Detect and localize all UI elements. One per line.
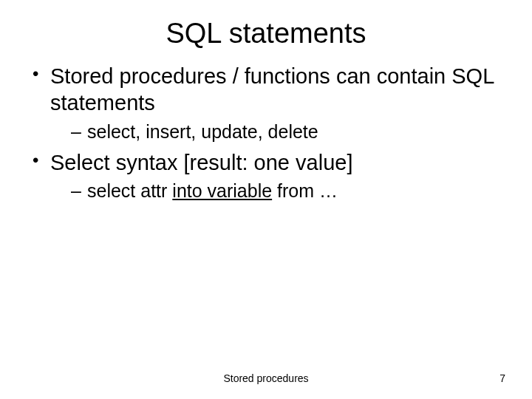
bullet-1-sub-1: select, insert, update, delete	[50, 120, 502, 144]
bullet-2: Select syntax [result: one value] select…	[30, 149, 502, 203]
bullet-1: Stored procedures / functions can contai…	[30, 63, 502, 143]
bullet-list-level1: Stored procedures / functions can contai…	[30, 63, 502, 203]
page-number: 7	[499, 372, 505, 384]
bullet-2-sublist: select attr into variable from …	[50, 179, 502, 203]
bullet-2-sub-1-post: from …	[272, 180, 338, 201]
bullet-2-sub-1-pre: select attr	[87, 180, 172, 201]
bullet-2-sub-1-underline: into variable	[172, 180, 272, 201]
bullet-1-sub-1-text: select, insert, update, delete	[87, 121, 318, 142]
footer-center: Stored procedures	[0, 372, 532, 384]
slide: SQL statements Stored procedures / funct…	[0, 0, 532, 399]
bullet-1-sublist: select, insert, update, delete	[50, 120, 502, 144]
bullet-2-text: Select syntax [result: one value]	[50, 151, 352, 174]
bullet-1-text: Stored procedures / functions can contai…	[50, 64, 494, 115]
slide-title: SQL statements	[30, 18, 502, 50]
bullet-2-sub-1: select attr into variable from …	[50, 179, 502, 203]
